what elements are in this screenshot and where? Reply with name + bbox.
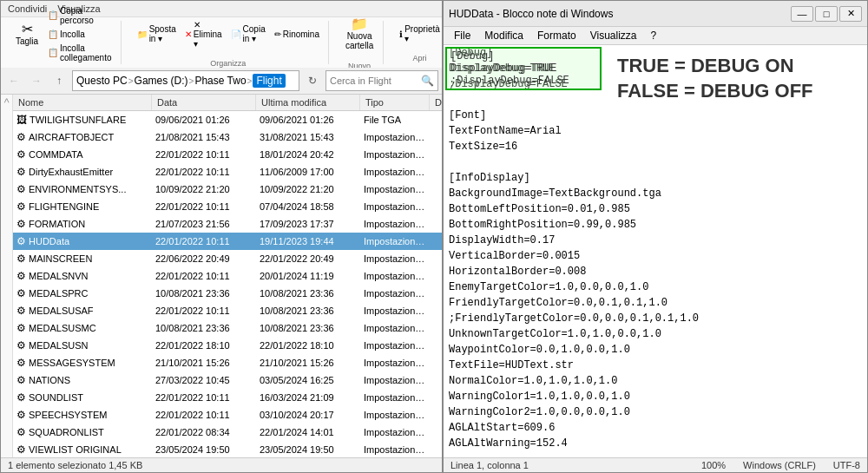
file-icon: 🖼 [16, 114, 27, 126]
table-row[interactable]: ⚙ MESSAGESYSTEM 21/10/2021 15:26 21/10/2… [13, 354, 442, 371]
cell-name: ⚙ SPEECHSYSTEM [13, 409, 152, 421]
table-row[interactable]: ⚙ MEDALSUSMC 10/08/2021 23:36 10/08/2021… [13, 319, 442, 337]
notepad-position: Linea 1, colonna 1 [450, 460, 529, 470]
back-button[interactable]: ← [4, 71, 23, 90]
minimize-button[interactable]: — [791, 6, 813, 22]
cell-modified: 03/10/2024 20:17 [256, 410, 360, 420]
file-icon: ⚙ [16, 426, 26, 438]
cell-name: ⚙ MEDALSNVN [13, 270, 152, 282]
status-text: 1 elemento selezionato 1,45 KB [8, 460, 142, 470]
menu-formato[interactable]: Formato [530, 28, 583, 43]
search-input[interactable] [330, 76, 421, 86]
file-icon: ⚙ [16, 409, 26, 421]
cell-modified: 23/05/2024 19:50 [256, 444, 360, 455]
cell-modified: 21/10/2021 15:26 [256, 358, 360, 368]
col-header-size[interactable]: Dimen [430, 95, 442, 110]
col-header-modified[interactable]: Ultima modifica [256, 95, 360, 110]
rename-icon: ✏ [274, 30, 281, 39]
file-icon: ⚙ [16, 391, 26, 404]
incolla-collegamento-button[interactable]: 📋 Incolla collegamento [44, 42, 115, 64]
menu-modifica[interactable]: Modifica [477, 28, 530, 43]
file-icon: ⚙ [16, 374, 26, 386]
path-flight: Flight [253, 74, 285, 88]
table-row[interactable]: ⚙ HUDData 22/01/2022 10:11 19/11/2023 19… [13, 233, 442, 250]
cell-date: 10/08/2021 23:36 [152, 288, 256, 299]
cell-name: ⚙ MEDALSUSMC [13, 322, 152, 334]
cell-date: 27/03/2022 10:45 [152, 375, 256, 385]
address-path[interactable]: Questo PC > Games (D:) > Phase Two > Fli… [72, 70, 299, 91]
cell-date: 10/09/2022 21:20 [152, 184, 256, 194]
sidebar-collapse-arrow[interactable]: < [2, 98, 11, 103]
cell-modified: 18/01/2024 20:42 [256, 149, 360, 160]
notepad-zoom: 100% [701, 460, 726, 470]
table-row[interactable]: ⚙ SPEECHSYSTEM 22/01/2022 10:11 03/10/20… [13, 406, 442, 424]
cell-name: ⚙ DirtyExhaustEmitter [13, 166, 152, 178]
explorer-main: < Nome Data Ultima modifica Tipo Dimen 🖼… [1, 95, 442, 457]
table-row[interactable]: ⚙ FLIGHTENGINE 22/01/2022 10:11 07/04/20… [13, 198, 442, 215]
menu-visualizza[interactable]: Visualizza [583, 28, 644, 43]
table-row[interactable]: ⚙ SOUNDLIST 22/01/2022 10:11 16/03/2024 … [13, 389, 442, 406]
cell-name: ⚙ SOUNDLIST [13, 391, 152, 404]
rinomina-button[interactable]: ✏ Rinomina [271, 28, 323, 41]
elimina-button[interactable]: ✕ ✕ Elimina ▾ [181, 18, 226, 50]
cell-name: ⚙ FORMATION [13, 218, 152, 230]
cell-type: Impostazioni di co... [360, 410, 430, 420]
cell-name: ⚙ ENVIRONMENTSYS... [13, 183, 152, 195]
refresh-button[interactable]: ↻ [303, 71, 322, 90]
col-header-date[interactable]: Data [152, 95, 256, 110]
up-button[interactable]: ↑ [49, 71, 69, 90]
nuova-cartella-button[interactable]: 📁 Nuova cartella [341, 15, 378, 53]
search-icon: 🔍 [421, 75, 434, 87]
table-row[interactable]: ⚙ SQUADRONLIST 22/01/2022 08:34 22/01/20… [13, 424, 442, 441]
col-header-type[interactable]: Tipo [360, 95, 430, 110]
table-row[interactable]: 🖼 TWILIGHTSUNFLARE 09/06/2021 01:26 09/0… [13, 111, 442, 128]
proprieta-button[interactable]: ℹ Proprietà ▾ [396, 23, 444, 45]
table-row[interactable]: ⚙ COMMDATA 22/01/2022 10:11 18/01/2024 2… [13, 146, 442, 163]
search-box[interactable]: 🔍 [326, 70, 438, 91]
path-questo-pc: Questo PC > [76, 75, 135, 87]
cell-date: 22/01/2022 10:11 [152, 410, 256, 420]
table-row[interactable]: ⚙ MAINSCREEN 22/06/2022 20:49 22/01/2022… [13, 250, 442, 267]
cell-type: Impostazioni di co... [360, 271, 430, 281]
menu-help[interactable]: ? [644, 28, 664, 43]
open-group: ℹ Proprietà ▾ Apri [391, 21, 450, 64]
cell-type: Impostazioni di co... [360, 427, 430, 437]
table-row[interactable]: ⚙ DirtyExhaustEmitter 22/01/2022 10:11 1… [13, 163, 442, 181]
table-row[interactable]: ⚙ VIEWLIST ORIGINAL 23/05/2024 19:50 23/… [13, 441, 442, 457]
cell-date: 22/06/2022 20:49 [152, 253, 256, 264]
cell-name: ⚙ FLIGHTENGINE [13, 200, 152, 213]
notepad-text-area[interactable]: [Debug] DisplayDebug=TRUE ;DisplayDebug=… [444, 45, 867, 457]
cell-modified: 16/03/2024 21:09 [256, 392, 360, 403]
cell-type: Impostazioni di co... [360, 201, 430, 212]
table-row[interactable]: ⚙ MEDALSUSN 22/01/2022 18:10 22/01/2022 … [13, 337, 442, 354]
copia-percorso-button[interactable]: 📋 Copia percorso [44, 4, 115, 27]
table-row[interactable]: ⚙ ENVIRONMENTSYS... 10/09/2022 21:20 10/… [13, 181, 442, 198]
col-header-name[interactable]: Nome [13, 95, 152, 110]
file-icon: ⚙ [16, 339, 26, 351]
table-row[interactable]: ⚙ AIRCRAFTOBJECT 21/08/2021 15:43 31/08/… [13, 128, 442, 146]
notepad-menu: File Modifica Formato Visualizza ? [444, 27, 867, 45]
table-row[interactable]: ⚙ MEDALSNVN 22/01/2022 10:11 20/01/2024 … [13, 267, 442, 285]
copia-in-button[interactable]: 📄 Copia in ▾ [227, 23, 269, 45]
table-row[interactable]: ⚙ MEDALSUSAF 22/01/2022 10:11 10/08/2021… [13, 302, 442, 319]
path-phase-two: Phase Two > [194, 75, 253, 87]
forward-button[interactable]: → [27, 71, 46, 90]
file-icon: ⚙ [16, 131, 26, 143]
cell-modified: 22/01/2022 18:10 [256, 340, 360, 351]
menu-file[interactable]: File [447, 28, 477, 43]
cell-type: Impostazioni di co... [360, 444, 430, 455]
maximize-button[interactable]: □ [815, 6, 838, 22]
cell-date: 09/06/2021 01:26 [152, 115, 256, 125]
cell-date: 22/01/2022 10:11 [152, 201, 256, 212]
taglia-button[interactable]: ✂ Taglia [11, 20, 43, 49]
table-row[interactable]: ⚙ MEDALSPRC 10/08/2021 23:36 10/08/2021 … [13, 285, 442, 302]
sposta-in-button[interactable]: 📁 Sposta in ▾ [134, 23, 180, 45]
table-row[interactable]: ⚙ NATIONS 27/03/2022 10:45 03/05/2024 16… [13, 371, 442, 389]
cell-type: Impostazioni di co... [360, 132, 430, 142]
table-row[interactable]: ⚙ FORMATION 21/07/2023 21:56 17/09/2023 … [13, 215, 442, 233]
close-button[interactable]: ✕ [839, 6, 862, 22]
address-bar: ← → ↑ Questo PC > Games (D:) > Phase Two… [1, 68, 442, 95]
explorer-status-bar: 1 elemento selezionato 1,45 KB [1, 457, 442, 472]
incolla-button[interactable]: 📋 Incolla [44, 28, 115, 41]
cell-type: Impostazioni di co... [360, 149, 430, 160]
